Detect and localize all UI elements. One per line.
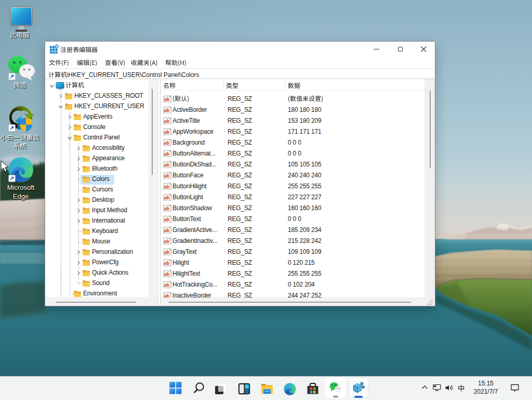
svg-text:ab: ab — [164, 151, 170, 157]
svg-text:ab: ab — [164, 205, 170, 211]
svg-text:ab: ab — [164, 129, 170, 135]
svg-text:ab: ab — [164, 238, 170, 244]
svg-text:ab: ab — [164, 260, 170, 266]
svg-text:ab: ab — [164, 173, 170, 178]
svg-text:ab: ab — [164, 96, 170, 102]
svg-text:ab: ab — [164, 227, 170, 233]
svg-text:ab: ab — [164, 271, 170, 277]
svg-text:ab: ab — [164, 195, 170, 200]
svg-text:ab: ab — [164, 249, 170, 255]
svg-text:ab: ab — [164, 140, 170, 146]
svg-text:ab: ab — [164, 184, 170, 189]
svg-text:ab: ab — [164, 282, 170, 288]
svg-text:ab: ab — [164, 107, 170, 113]
svg-text:ab: ab — [164, 216, 170, 222]
svg-text:ab: ab — [164, 293, 170, 298]
svg-text:ab: ab — [164, 162, 170, 167]
svg-text:ab: ab — [164, 118, 170, 124]
